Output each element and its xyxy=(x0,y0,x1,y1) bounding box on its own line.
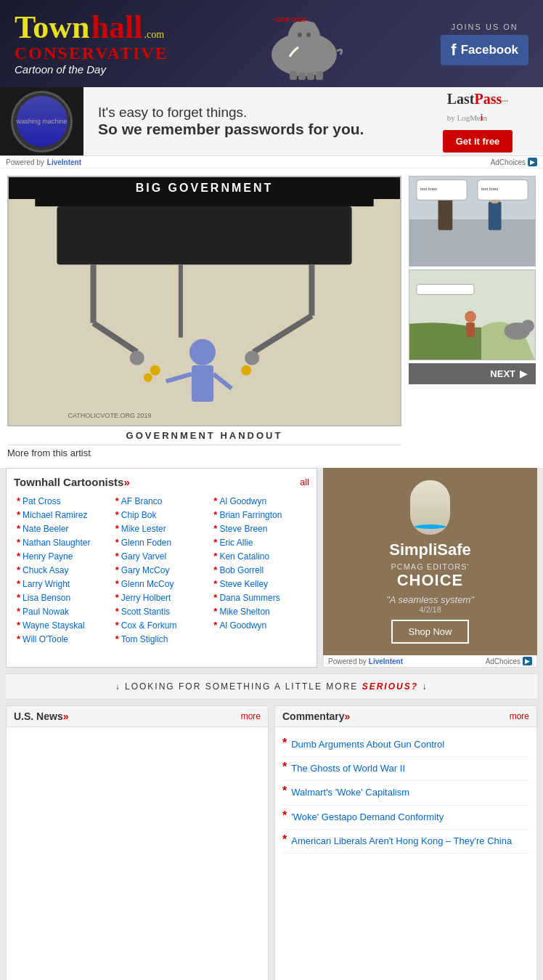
list-item[interactable]: *Mike Lester xyxy=(113,522,211,535)
list-item[interactable]: *Nate Beeler xyxy=(14,522,113,535)
svg-rect-42 xyxy=(466,323,475,337)
logo-town: Town xyxy=(15,12,90,44)
cartoon-section: BIG GOVERNMENT BIG GOVERNMENT xyxy=(0,169,543,468)
list-item[interactable]: *Eric Allie xyxy=(211,535,309,549)
list-item[interactable]: *Lisa Benson xyxy=(14,591,113,604)
logo-hall: hall xyxy=(91,12,143,44)
looking-for-text: ↓ LOOKING FOR SOMETHING A LITTLE MORE xyxy=(115,681,359,692)
powered-by-simplisafe: Powered by LiveIntent xyxy=(328,657,403,665)
list-item[interactable]: *Wayne Stayskal xyxy=(14,618,113,632)
list-item[interactable]: *Tom Stiglich xyxy=(113,632,211,646)
ad-choices-label[interactable]: AdChoices ▶ xyxy=(491,158,537,166)
list-item[interactable]: *Glenn McCoy xyxy=(113,577,211,591)
ad-text2: So we remember passwords for you. xyxy=(98,121,398,138)
list-item[interactable]: *Chip Bok xyxy=(113,508,211,522)
svg-line-22 xyxy=(213,374,232,389)
list-item[interactable]: *Chuck Asay xyxy=(14,563,113,577)
list-item[interactable]: *Paul Nowak xyxy=(14,604,113,618)
list-item[interactable]: *Steve Breen xyxy=(211,522,309,535)
us-news-more-link[interactable]: more xyxy=(241,711,261,721)
device-glow xyxy=(415,525,446,529)
bullet-icon-3: * xyxy=(282,785,287,798)
ad-footer-bar: Powered by LiveIntent AdChoices ▶ xyxy=(0,156,543,169)
list-item[interactable]: *Will O'Toole xyxy=(14,632,113,646)
commentary-link-5[interactable]: American Liberals Aren't Hong Kong – The… xyxy=(291,835,512,848)
commentary-item-1[interactable]: * Dumb Arguments About Gun Control xyxy=(282,733,529,757)
us-news-section: U.S. News» more xyxy=(6,705,269,980)
big-gov-label: BIG GOVERNMENT xyxy=(9,177,400,199)
svg-point-26 xyxy=(144,373,152,382)
us-news-items xyxy=(7,727,268,739)
list-item xyxy=(211,632,309,646)
next-button[interactable]: NEXT ▶ xyxy=(409,363,536,384)
lastpass-logo: LastPass···by LogMein xyxy=(447,91,509,124)
serious-label: SERIOUS? xyxy=(362,681,418,692)
list-item[interactable]: *Scott Stantis xyxy=(113,604,211,618)
list-item[interactable]: *Gary Varvel xyxy=(113,549,211,563)
svg-rect-6 xyxy=(290,71,297,80)
list-item[interactable]: *Ken Catalino xyxy=(211,549,309,563)
list-item[interactable]: *Pat Cross xyxy=(14,494,113,508)
commentary-item-4[interactable]: * 'Woke' Gestapo Demand Conformity xyxy=(282,806,529,830)
list-item[interactable]: *Gary McCoy xyxy=(113,563,211,577)
all-cartoonists-link[interactable]: all xyxy=(300,477,309,487)
logo-cartoon: Cartoon of the Day xyxy=(15,63,168,76)
commentary-item-5[interactable]: * American Liberals Aren't Hong Kong – T… xyxy=(282,830,529,854)
commentary-link-3[interactable]: Walmart's 'Woke' Capitalism xyxy=(291,786,409,799)
cartoon-thumb-1[interactable]: text lines text lines xyxy=(409,176,536,267)
svg-point-23 xyxy=(130,351,144,365)
commentary-link-4[interactable]: 'Woke' Gestapo Demand Conformity xyxy=(291,811,444,824)
list-item[interactable]: *Mike Shelton xyxy=(211,604,309,618)
cartoon-thumb-2[interactable]: banner text here xyxy=(409,270,536,360)
thumb1-svg: text lines text lines xyxy=(409,176,535,267)
commentary-item-2[interactable]: * The Ghosts of World War II xyxy=(282,757,529,781)
svg-rect-46 xyxy=(417,284,474,294)
logo-conservative: CONSERVATIVE xyxy=(15,44,168,63)
list-item[interactable]: *Jerry Holbert xyxy=(113,591,211,604)
list-item[interactable]: *Al Goodwyn xyxy=(211,494,309,508)
cartoonists-col2: *AF Branco *Chip Bok *Mike Lester *Glenn… xyxy=(113,494,211,646)
svg-text:text lines: text lines xyxy=(481,187,498,191)
logo-area: Town hall .com CONSERVATIVE Cartoon of t… xyxy=(15,12,168,76)
facebook-button[interactable]: f Facebook xyxy=(441,35,528,65)
bullet-icon-1: * xyxy=(282,737,287,750)
facebook-label: Facebook xyxy=(461,43,518,57)
list-item[interactable]: *Glenn Foden xyxy=(113,535,211,549)
join-us-label: JOINS US ON xyxy=(452,23,518,31)
commentary-more-link[interactable]: more xyxy=(510,711,529,721)
svg-point-44 xyxy=(521,320,534,333)
svg-line-21 xyxy=(166,374,192,381)
ad-text-area: It's easy to forget things. So we rememb… xyxy=(83,87,412,155)
list-item[interactable]: *AF Branco xyxy=(113,494,211,508)
more-from-artist[interactable]: More from this artist xyxy=(7,445,401,461)
list-item[interactable]: *Dana Summers xyxy=(211,591,309,604)
svg-rect-30 xyxy=(409,219,535,266)
main-cartoon-image: BIG GOVERNMENT BIG GOVERNMENT xyxy=(7,176,401,426)
commentary-item-3[interactable]: * Walmart's 'Woke' Capitalism xyxy=(282,781,529,805)
list-item[interactable]: *Steve Kelley xyxy=(211,577,309,591)
powered-by-label: Powered by LiveIntent xyxy=(6,158,81,166)
list-item[interactable]: *Michael Ramirez xyxy=(14,508,113,522)
ad-image-left: washing machine xyxy=(0,87,83,155)
svg-rect-31 xyxy=(438,198,453,230)
svg-line-17 xyxy=(253,316,311,352)
list-item[interactable]: *Cox & Forkum xyxy=(113,618,211,632)
ad-choices-simplisafe[interactable]: AdChoices ▶ xyxy=(486,657,532,665)
ad-cta-area: LastPass···by LogMein Get it free xyxy=(412,87,543,155)
ad-banner: washing machine It's easy to forget thin… xyxy=(0,87,543,156)
cartoon-sidebar: text lines text lines banner text here xyxy=(409,176,536,461)
commentary-link-2[interactable]: The Ghosts of World War II xyxy=(291,762,405,775)
list-item[interactable]: *Brian Farrington xyxy=(211,508,309,522)
simplisafe-logo: SimpliSafe xyxy=(389,540,470,559)
facebook-icon: f xyxy=(451,41,456,60)
list-item[interactable]: *Nathan Slaughter xyxy=(14,535,113,549)
cartoonists-grid: *Pat Cross *Michael Ramirez *Nate Beeler… xyxy=(14,494,309,646)
list-item[interactable]: *Bob Gorrell xyxy=(211,563,309,577)
list-item[interactable]: *Al Goodwyn xyxy=(211,618,309,632)
commentary-link-1[interactable]: Dumb Arguments About Gun Control xyxy=(291,738,444,751)
list-item[interactable]: *Larry Wright xyxy=(14,577,113,591)
shop-now-button[interactable]: Shop Now xyxy=(391,620,470,644)
get-it-free-button[interactable]: Get it free xyxy=(443,130,513,153)
list-item[interactable]: *Henry Payne xyxy=(14,549,113,563)
svg-text:GOP 2019: GOP 2019 xyxy=(275,16,306,23)
